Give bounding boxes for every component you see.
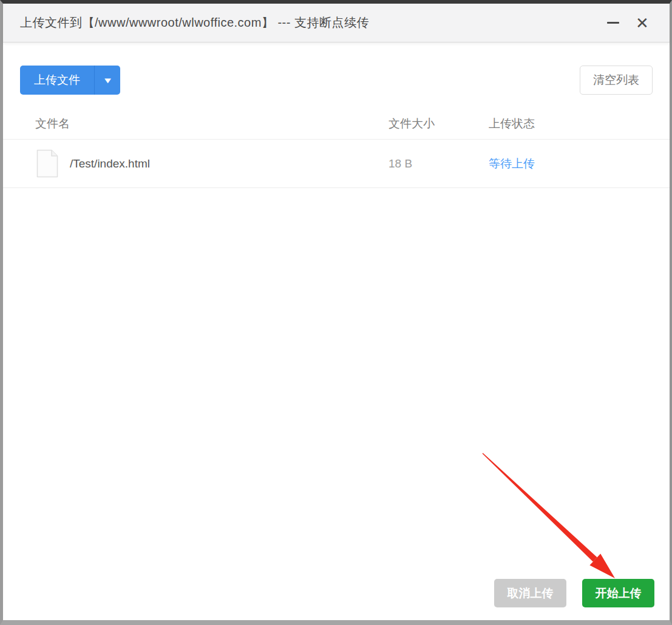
file-icon bbox=[36, 149, 58, 178]
file-name: /Test/index.html bbox=[70, 157, 150, 171]
upload-file-button-label: 上传文件 bbox=[34, 72, 80, 88]
close-icon: ✕ bbox=[636, 15, 649, 31]
footer-actions: 取消上传 开始上传 bbox=[494, 579, 654, 607]
upload-dialog: 上传文件到【/www/wwwroot/wlwoffice.com】 --- 支持… bbox=[0, 0, 672, 625]
close-button[interactable]: ✕ bbox=[632, 13, 653, 33]
chevron-down-icon: ▼ bbox=[102, 76, 113, 85]
window-controls: ✕ bbox=[603, 13, 653, 33]
clear-list-button-label: 清空列表 bbox=[593, 72, 639, 88]
dialog-title: 上传文件到【/www/wwwroot/wlwoffice.com】 --- 支持… bbox=[20, 15, 369, 31]
table-header: 文件名 文件大小 上传状态 bbox=[3, 108, 670, 140]
header-file-size: 文件大小 bbox=[389, 116, 489, 132]
upload-status-badge: 等待上传 bbox=[489, 157, 535, 170]
header-upload-status: 上传状态 bbox=[489, 116, 653, 132]
file-size: 18 B bbox=[389, 157, 412, 170]
minimize-button[interactable] bbox=[603, 13, 623, 33]
minimize-icon bbox=[607, 22, 619, 24]
start-upload-button[interactable]: 开始上传 bbox=[582, 579, 654, 607]
cancel-upload-button[interactable]: 取消上传 bbox=[494, 579, 566, 607]
upload-file-table: 文件名 文件大小 上传状态 /Test/index.html 18 B 等待上传 bbox=[3, 108, 670, 188]
table-row: /Test/index.html 18 B 等待上传 bbox=[3, 140, 670, 188]
clear-list-button[interactable]: 清空列表 bbox=[580, 66, 653, 95]
upload-dropdown-toggle[interactable]: ▼ bbox=[94, 66, 120, 95]
upload-file-button[interactable]: 上传文件 bbox=[20, 66, 94, 95]
dialog-titlebar: 上传文件到【/www/wwwroot/wlwoffice.com】 --- 支持… bbox=[3, 4, 670, 42]
upload-split-button: 上传文件 ▼ bbox=[20, 66, 120, 95]
file-name-cell: /Test/index.html bbox=[20, 149, 389, 178]
toolbar: 上传文件 ▼ 清空列表 bbox=[3, 42, 670, 95]
header-file-name: 文件名 bbox=[20, 116, 389, 132]
